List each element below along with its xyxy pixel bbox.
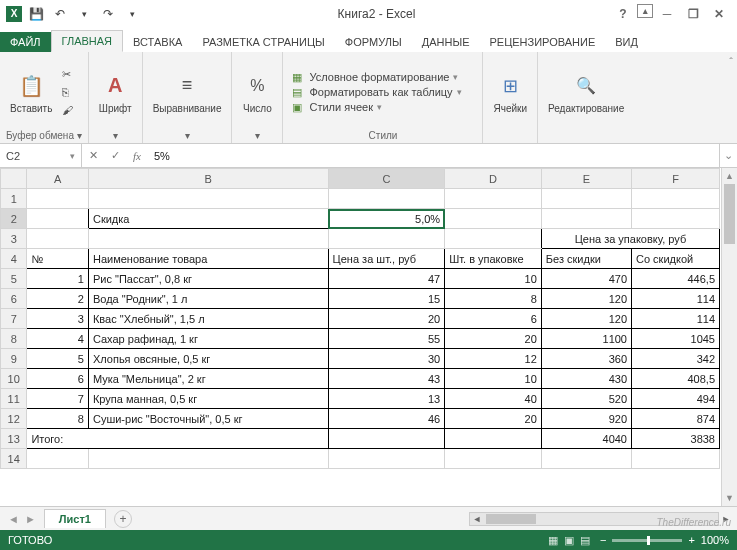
cell-styles-button[interactable]: ▣Стили ячеек ▾ [289, 101, 461, 114]
cell[interactable]: 1100 [541, 329, 631, 349]
sheet-nav-prev[interactable]: ◄ [8, 513, 19, 525]
cell[interactable]: 30 [328, 349, 445, 369]
row-header[interactable]: 3 [1, 229, 27, 249]
cell[interactable]: 4040 [541, 429, 631, 449]
minimize-button[interactable]: ─ [655, 4, 679, 24]
zoom-slider[interactable] [612, 539, 682, 542]
scroll-down-icon[interactable]: ▼ [722, 490, 737, 506]
tab-data[interactable]: ДАННЫЕ [412, 32, 480, 52]
maximize-button[interactable]: ❐ [681, 4, 705, 24]
horizontal-scrollbar[interactable]: ◄ ► [132, 512, 737, 526]
fx-button[interactable]: fx [130, 150, 144, 162]
cell[interactable]: 3 [27, 309, 89, 329]
redo-button[interactable]: ↷ [98, 4, 118, 24]
cell[interactable]: 20 [328, 309, 445, 329]
alignment-button[interactable]: ≡Выравнивание [149, 69, 226, 116]
group-dialog-alignment[interactable]: ▾ [149, 128, 226, 141]
cell[interactable]: Хлопья овсяные, 0,5 кг [88, 349, 328, 369]
cell[interactable]: 3838 [632, 429, 720, 449]
cell[interactable]: 15 [328, 289, 445, 309]
add-sheet-button[interactable]: + [114, 510, 132, 528]
formula-expand-button[interactable]: ⌄ [719, 144, 737, 167]
cell[interactable]: 6 [27, 369, 89, 389]
cell[interactable]: 114 [632, 309, 720, 329]
cells-button[interactable]: ⊞Ячейки [489, 69, 531, 116]
cell[interactable]: 1045 [632, 329, 720, 349]
cell[interactable]: 360 [541, 349, 631, 369]
paste-button[interactable]: 📋 Вставить [6, 69, 56, 116]
cell[interactable]: 55 [328, 329, 445, 349]
cell[interactable]: 46 [328, 409, 445, 429]
tab-formulas[interactable]: ФОРМУЛЫ [335, 32, 412, 52]
row-header[interactable]: 14 [1, 449, 27, 469]
cell[interactable]: 6 [445, 309, 542, 329]
scroll-thumb[interactable] [724, 184, 735, 244]
cell[interactable]: 43 [328, 369, 445, 389]
cell[interactable]: 408,5 [632, 369, 720, 389]
cell[interactable]: Вода "Родник", 1 л [88, 289, 328, 309]
save-button[interactable]: 💾 [26, 4, 46, 24]
active-cell[interactable]: 5,0% [328, 209, 445, 229]
cell[interactable]: 494 [632, 389, 720, 409]
ribbon-collapse-button[interactable]: ˆ [725, 52, 737, 143]
row-header[interactable]: 13 [1, 429, 27, 449]
cut-icon[interactable]: ✂ [62, 65, 73, 83]
cell[interactable]: Шт. в упаковке [445, 249, 542, 269]
col-header-D[interactable]: D [445, 169, 542, 189]
formula-input[interactable]: 5% [148, 150, 719, 162]
cell[interactable]: Наименование товара [88, 249, 328, 269]
row-header[interactable]: 6 [1, 289, 27, 309]
scroll-left-icon[interactable]: ◄ [470, 514, 484, 524]
cell[interactable]: Рис "Пассат", 0,8 кг [88, 269, 328, 289]
cell[interactable]: 47 [328, 269, 445, 289]
cell[interactable]: 20 [445, 409, 542, 429]
cell[interactable]: 5 [27, 349, 89, 369]
zoom-level[interactable]: 100% [701, 534, 729, 546]
cell[interactable]: Крупа манная, 0,5 кг [88, 389, 328, 409]
cell[interactable]: Квас "Хлебный", 1,5 л [88, 309, 328, 329]
help-button[interactable]: ? [611, 4, 635, 24]
undo-button[interactable]: ↶ [50, 4, 70, 24]
number-button[interactable]: %Число [238, 69, 276, 116]
cell[interactable]: Скидка [88, 209, 328, 229]
tab-review[interactable]: РЕЦЕНЗИРОВАНИЕ [479, 32, 605, 52]
cell[interactable]: 40 [445, 389, 542, 409]
tab-view[interactable]: ВИД [605, 32, 648, 52]
undo-more-icon[interactable]: ▾ [74, 4, 94, 24]
col-header-E[interactable]: E [541, 169, 631, 189]
editing-button[interactable]: 🔍Редактирование [544, 69, 628, 116]
cell[interactable]: 20 [445, 329, 542, 349]
cell[interactable]: 8 [445, 289, 542, 309]
view-page-layout-icon[interactable]: ▣ [564, 534, 574, 547]
cell[interactable]: 12 [445, 349, 542, 369]
tab-file[interactable]: ФАЙЛ [0, 32, 51, 52]
sheet-nav-next[interactable]: ► [25, 513, 36, 525]
col-header-B[interactable]: B [88, 169, 328, 189]
col-header-A[interactable]: A [27, 169, 89, 189]
cell[interactable]: 114 [632, 289, 720, 309]
cell[interactable]: 446,5 [632, 269, 720, 289]
format-as-table-button[interactable]: ▤Форматировать как таблицу ▾ [289, 86, 461, 99]
cell[interactable]: 874 [632, 409, 720, 429]
cancel-formula-button[interactable]: ✕ [86, 149, 100, 162]
cell[interactable]: Итого: [27, 429, 328, 449]
cell[interactable]: Цена за упаковку, руб [541, 229, 719, 249]
conditional-formatting-button[interactable]: ▦Условное форматирование ▾ [289, 71, 461, 84]
cell[interactable]: № [27, 249, 89, 269]
cell[interactable]: Мука "Мельница", 2 кг [88, 369, 328, 389]
cell[interactable]: 520 [541, 389, 631, 409]
row-header[interactable]: 11 [1, 389, 27, 409]
cell[interactable]: 430 [541, 369, 631, 389]
select-all-button[interactable] [1, 169, 27, 189]
cell[interactable]: Сахар рафинад, 1 кг [88, 329, 328, 349]
row-header[interactable]: 4 [1, 249, 27, 269]
col-header-F[interactable]: F [632, 169, 720, 189]
cell[interactable]: 470 [541, 269, 631, 289]
row-header[interactable]: 2 [1, 209, 27, 229]
group-dialog-number[interactable]: ▾ [238, 128, 276, 141]
row-header[interactable]: 8 [1, 329, 27, 349]
cell[interactable]: Без скидки [541, 249, 631, 269]
cell[interactable]: 120 [541, 289, 631, 309]
row-header[interactable]: 12 [1, 409, 27, 429]
cell[interactable]: 10 [445, 269, 542, 289]
